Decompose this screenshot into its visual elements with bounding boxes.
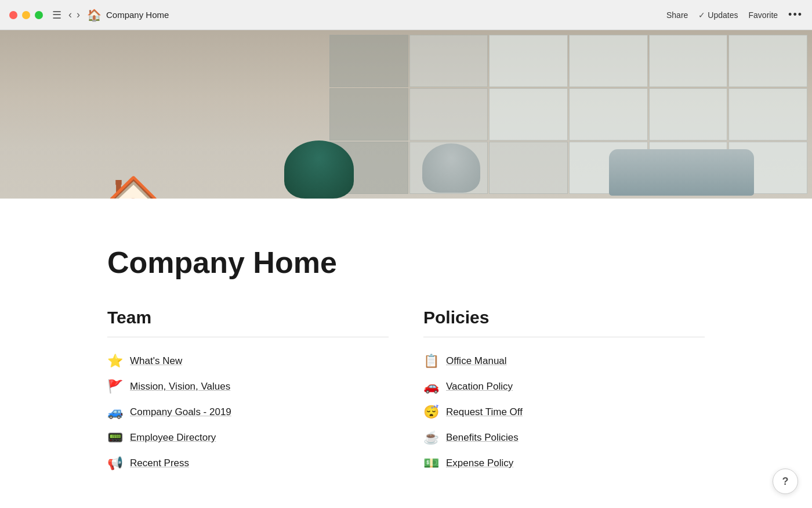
traffic-lights: [9, 11, 43, 19]
close-button[interactable]: [9, 11, 17, 19]
forward-button[interactable]: ›: [77, 9, 80, 21]
policies-divider: [423, 337, 705, 337]
list-item: 📢 Recent Press: [107, 456, 389, 471]
page-emoji: 🏠: [107, 177, 160, 199]
team-link-list: ⭐ What's New 🚩 Mission, Vision, Values 🚙…: [107, 354, 389, 471]
hero-banner: 🏠: [0, 30, 812, 199]
vacation-policy-link[interactable]: Vacation Policy: [446, 381, 513, 392]
list-item: 🚗 Vacation Policy: [423, 379, 705, 394]
benefits-icon: ☕: [423, 430, 439, 445]
titlebar: ☰ ‹ › 🏠 Company Home Share ✓ Updates Fav…: [0, 0, 812, 30]
share-button[interactable]: Share: [666, 10, 688, 20]
office-manual-link[interactable]: Office Manual: [446, 355, 507, 367]
press-icon: 📢: [107, 456, 123, 471]
goals-link[interactable]: Company Goals - 2019: [130, 406, 231, 418]
sofa: [609, 149, 754, 196]
list-item: 🚙 Company Goals - 2019: [107, 405, 389, 420]
policies-link-list: 📋 Office Manual 🚗 Vacation Policy 😴 Requ…: [423, 354, 705, 471]
expense-icon: 💵: [423, 456, 439, 471]
press-link[interactable]: Recent Press: [130, 457, 189, 469]
mission-link[interactable]: Mission, Vision, Values: [130, 381, 230, 392]
time-off-icon: 😴: [423, 405, 439, 420]
more-button[interactable]: •••: [788, 9, 803, 21]
page-icon-title: 🏠 Company Home: [87, 8, 169, 22]
list-item: 📟 Employee Directory: [107, 430, 389, 445]
office-manual-icon: 📋: [423, 354, 439, 369]
titlebar-actions: Share ✓ Updates Favorite •••: [666, 9, 803, 21]
team-section: Team ⭐ What's New 🚩 Mission, Vision, Val…: [107, 308, 389, 471]
team-divider: [107, 337, 389, 337]
updates-button[interactable]: ✓ Updates: [698, 10, 738, 20]
page-heading: Company Home: [107, 245, 705, 280]
mission-icon: 🚩: [107, 379, 123, 394]
two-column-layout: Team ⭐ What's New 🚩 Mission, Vision, Val…: [107, 308, 705, 471]
goals-icon: 🚙: [107, 405, 123, 420]
benefits-link[interactable]: Benefits Policies: [446, 432, 519, 444]
minimize-button[interactable]: [22, 11, 30, 19]
list-item: ☕ Benefits Policies: [423, 430, 705, 445]
list-item: 😴 Request Time Off: [423, 405, 705, 420]
page-title: Company Home: [106, 10, 169, 20]
sidebar-toggle-button[interactable]: ☰: [52, 9, 61, 21]
directory-link[interactable]: Employee Directory: [130, 432, 216, 444]
back-button[interactable]: ‹: [68, 9, 72, 21]
list-item: 🚩 Mission, Vision, Values: [107, 379, 389, 394]
list-item: 💵 Expense Policy: [423, 456, 705, 471]
vacation-policy-icon: 🚗: [423, 379, 439, 394]
team-heading: Team: [107, 308, 389, 327]
check-icon: ✓: [698, 10, 705, 20]
updates-label: Updates: [708, 10, 738, 20]
chair-right: [422, 143, 480, 193]
page-icon: 🏠: [87, 8, 102, 22]
help-button[interactable]: ?: [773, 469, 798, 494]
expense-link[interactable]: Expense Policy: [446, 457, 513, 469]
time-off-link[interactable]: Request Time Off: [446, 406, 523, 418]
chair-left: [284, 140, 354, 199]
main-content: Company Home Team ⭐ What's New 🚩 Mission…: [0, 199, 812, 494]
policies-heading: Policies: [423, 308, 705, 327]
favorite-button[interactable]: Favorite: [749, 10, 778, 20]
maximize-button[interactable]: [35, 11, 43, 19]
whats-new-icon: ⭐: [107, 354, 123, 369]
whats-new-link[interactable]: What's New: [130, 355, 182, 367]
policies-section: Policies 📋 Office Manual 🚗 Vacation Poli…: [423, 308, 705, 471]
directory-icon: 📟: [107, 430, 123, 445]
list-item: 📋 Office Manual: [423, 354, 705, 369]
list-item: ⭐ What's New: [107, 354, 389, 369]
